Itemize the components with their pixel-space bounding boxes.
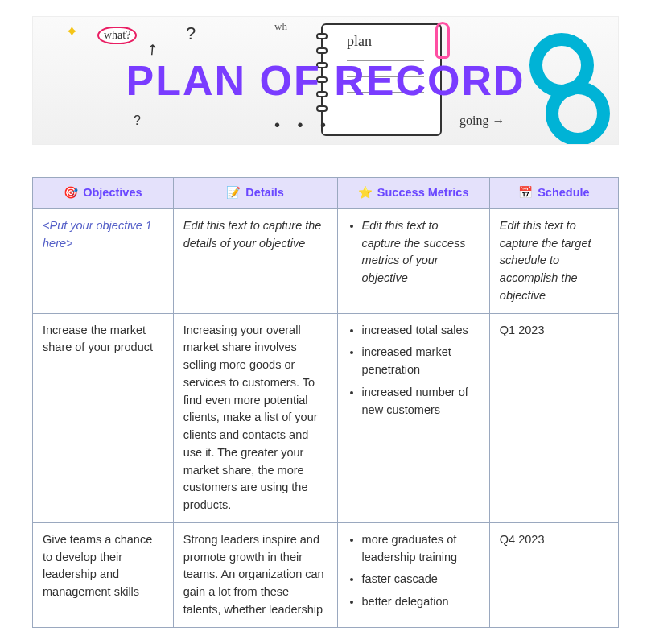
table-header-row: 🎯Objectives 📝Details ⭐Success Metrics 📅S… (33, 178, 619, 209)
banner-image: ✦ what? ↗ ? ? wh plan going • • • PLAN O… (32, 16, 619, 145)
dots-doodle: • • • (274, 116, 332, 134)
cell-details[interactable]: Increasing your overall market share inv… (173, 313, 337, 522)
cell-objective[interactable]: <Put your objective 1 here> (33, 208, 174, 313)
col-objectives: 🎯Objectives (33, 178, 174, 209)
metric-item: better delegation (362, 593, 480, 611)
cell-schedule[interactable]: Q4 2023 (489, 522, 618, 627)
cell-schedule[interactable]: Q1 2023 (489, 313, 618, 522)
table-row[interactable]: Give teams a chance to develop their lea… (33, 522, 619, 627)
col-label: Details (245, 186, 284, 199)
metric-item: increased number of new customers (362, 384, 480, 419)
col-details: 📝Details (173, 178, 337, 209)
calendar-icon: 📅 (518, 186, 533, 199)
metric-item: more graduates of leadership training (362, 531, 480, 567)
what-doodle: what? (97, 27, 137, 44)
cell-details[interactable]: Edit this text to capture the details of… (173, 208, 337, 313)
col-label: Success Metrics (377, 186, 469, 199)
table-body: <Put your objective 1 here>Edit this tex… (33, 208, 619, 627)
table-row[interactable]: Increase the market share of your produc… (33, 313, 619, 522)
cell-metrics[interactable]: Edit this text to capture the success me… (337, 208, 489, 313)
page-title: PLAN OF RECORD (126, 56, 525, 105)
notebook-word: plan (347, 33, 440, 50)
cell-metrics[interactable]: more graduates of leadership trainingfas… (337, 522, 489, 627)
metric-item: increased total sales (362, 322, 480, 340)
metric-item: increased market penetration (362, 344, 480, 379)
paperclip-icon (435, 22, 450, 59)
plan-table: 🎯Objectives 📝Details ⭐Success Metrics 📅S… (32, 177, 619, 628)
going-doodle: going (459, 114, 505, 128)
cell-details[interactable]: Strong leaders inspire and promote growt… (173, 522, 337, 627)
cell-objective[interactable]: Increase the market share of your produc… (33, 313, 174, 522)
cell-schedule[interactable]: Edit this text to capture the target sch… (489, 208, 618, 313)
wh-doodle: wh (274, 20, 287, 33)
col-schedule: 📅Schedule (489, 178, 618, 209)
scissors-icon (521, 25, 619, 145)
metric-item: faster cascade (362, 571, 480, 588)
table-row[interactable]: <Put your objective 1 here>Edit this tex… (33, 208, 619, 313)
star-icon: ⭐ (358, 186, 373, 199)
question-mark-icon: ? (186, 23, 196, 44)
memo-icon: 📝 (226, 186, 241, 199)
target-icon: 🎯 (64, 186, 78, 199)
metric-item: Edit this text to capture the success me… (362, 217, 480, 287)
col-metrics: ⭐Success Metrics (337, 178, 489, 209)
col-label: Objectives (83, 186, 142, 199)
cell-objective[interactable]: Give teams a chance to develop their lea… (33, 522, 174, 627)
col-label: Schedule (538, 186, 589, 199)
cell-metrics[interactable]: increased total salesincreased market pe… (337, 313, 489, 522)
star-doodle-icon: ✦ (65, 22, 79, 41)
question-mark-icon: ? (134, 114, 141, 128)
